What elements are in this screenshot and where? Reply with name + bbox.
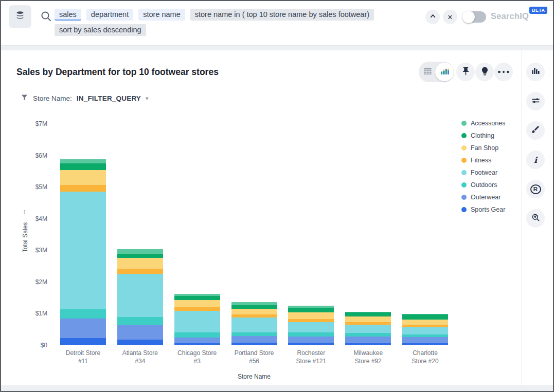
- bar-segment[interactable]: [60, 338, 106, 345]
- search-token[interactable]: sales: [55, 9, 81, 21]
- x-tick-label: CharlotteStore #20: [397, 349, 454, 365]
- bar-portland-store-56[interactable]: [231, 302, 277, 345]
- data-source-button[interactable]: [9, 5, 31, 28]
- bar-segment[interactable]: [117, 325, 163, 340]
- bar-segment[interactable]: [288, 308, 334, 312]
- y-tick-label: $7M: [15, 120, 47, 127]
- plot-area: [55, 124, 454, 345]
- style-button[interactable]: [526, 121, 545, 140]
- close-icon: ✕: [448, 13, 453, 21]
- bar-segment[interactable]: [231, 343, 277, 345]
- change-chart-button[interactable]: [526, 63, 545, 81]
- bar-segment[interactable]: [60, 319, 106, 338]
- bar-segment[interactable]: [60, 159, 106, 164]
- bar-segment[interactable]: [288, 312, 334, 320]
- y-tick-label: $5M: [15, 183, 47, 191]
- bar-segment[interactable]: [117, 340, 163, 345]
- legend-dot: [461, 121, 467, 126]
- search-input[interactable]: salesdepartmentstore namestore name in (…: [55, 9, 418, 36]
- bar-segment[interactable]: [117, 274, 163, 317]
- bar-segment[interactable]: [402, 314, 448, 320]
- database-icon: [14, 10, 26, 24]
- searchiq-toggle[interactable]: [463, 11, 486, 23]
- bar-segment[interactable]: [117, 258, 163, 269]
- bar-segment[interactable]: [174, 332, 220, 338]
- bar-segment[interactable]: [288, 343, 334, 345]
- explore-insight-button[interactable]: [526, 209, 545, 228]
- bar-segment[interactable]: [174, 343, 220, 345]
- bar-segment[interactable]: [174, 296, 220, 300]
- legend-label: Outerwear: [471, 194, 501, 201]
- bar-segment[interactable]: [402, 337, 448, 343]
- bar-segment[interactable]: [117, 254, 163, 258]
- chart-view-toggle[interactable]: [435, 63, 454, 81]
- bar-segment[interactable]: [345, 325, 391, 333]
- legend-label: Sports Gear: [471, 206, 505, 213]
- legend-item[interactable]: Sports Gear: [461, 203, 505, 216]
- bar-segment[interactable]: [288, 332, 334, 337]
- bar-segment[interactable]: [231, 336, 277, 343]
- bar-segment[interactable]: [117, 249, 163, 254]
- bar-segment[interactable]: [345, 316, 391, 322]
- clear-search-button[interactable]: ✕: [443, 10, 457, 24]
- search-token[interactable]: store name: [138, 9, 185, 21]
- insights-button[interactable]: [475, 63, 494, 81]
- bar-segment[interactable]: [402, 320, 448, 325]
- bar-charlotte-store-20[interactable]: [402, 314, 448, 345]
- bar-segment[interactable]: [60, 192, 106, 309]
- legend-dot: [461, 133, 467, 138]
- legend-label: Clothing: [471, 132, 494, 139]
- bar-segment[interactable]: [402, 343, 448, 345]
- legend-item[interactable]: Footwear: [461, 166, 505, 179]
- bar-segment[interactable]: [231, 305, 277, 309]
- bar-segment[interactable]: [174, 300, 220, 307]
- r-analysis-button[interactable]: R: [526, 180, 545, 198]
- bar-rochester-store-121[interactable]: [288, 306, 334, 345]
- filter-label: Store Name:: [33, 95, 72, 102]
- bar-segment[interactable]: [231, 318, 277, 332]
- bar-segment[interactable]: [402, 327, 448, 334]
- bar-chicago-store-3[interactable]: [174, 294, 220, 345]
- bar-segment[interactable]: [117, 269, 163, 274]
- bar-segment[interactable]: [345, 312, 391, 316]
- table-view-toggle[interactable]: [419, 66, 436, 78]
- info-button[interactable]: i: [526, 151, 545, 169]
- legend-item[interactable]: Outdoors: [461, 179, 505, 191]
- bar-segment[interactable]: [60, 163, 106, 170]
- bar-segment[interactable]: [174, 307, 220, 311]
- bar-segment[interactable]: [174, 311, 220, 333]
- legend-item[interactable]: Fan Shop: [461, 142, 505, 154]
- bar-segment[interactable]: [174, 338, 220, 343]
- legend-item[interactable]: Fitness: [461, 154, 505, 166]
- legend-item[interactable]: Accessories: [461, 117, 505, 129]
- bar-segment[interactable]: [231, 309, 277, 314]
- search-token[interactable]: department: [86, 9, 133, 21]
- bar-segment[interactable]: [288, 322, 334, 332]
- more-options-button[interactable]: [494, 63, 513, 81]
- legend-item[interactable]: Clothing: [461, 129, 505, 142]
- bar-segment[interactable]: [60, 309, 106, 319]
- legend-item[interactable]: Outerwear: [461, 191, 505, 203]
- bar-segment[interactable]: [345, 337, 391, 344]
- pin-icon: [461, 66, 471, 78]
- bar-segment[interactable]: [60, 185, 106, 192]
- bar-milwaukee-store-92[interactable]: [345, 312, 391, 345]
- bar-segment[interactable]: [60, 170, 106, 184]
- bar-segment[interactable]: [117, 317, 163, 325]
- legend-dot: [461, 195, 467, 200]
- chevron-down-icon: ▾: [146, 95, 149, 102]
- pin-button[interactable]: [456, 63, 475, 81]
- bar-segment[interactable]: [231, 332, 277, 336]
- bar-segment[interactable]: [288, 337, 334, 343]
- bar-chart-icon: [531, 66, 540, 78]
- search-token[interactable]: sort by sales descending: [55, 24, 146, 36]
- search-token[interactable]: store name in ( top 10 store name by sal…: [190, 9, 374, 21]
- configure-button[interactable]: [526, 92, 545, 110]
- filter-chip[interactable]: Store Name: IN_FILTER_QUERY ▾: [21, 94, 149, 103]
- searchiq-label: SearchIQ: [491, 11, 529, 21]
- x-tick-label: RochesterStore #121: [282, 349, 339, 365]
- collapse-search-button[interactable]: [425, 10, 440, 24]
- bar-segment[interactable]: [345, 343, 391, 345]
- bar-atlanta-store-34[interactable]: [117, 249, 163, 345]
- bar-detroit-store-11[interactable]: [60, 159, 106, 345]
